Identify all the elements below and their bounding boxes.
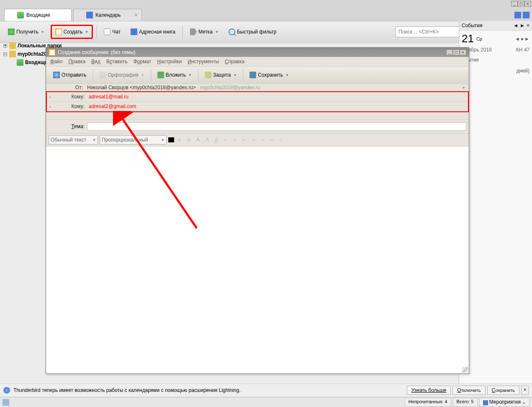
send-label: Отправить bbox=[62, 72, 87, 78]
to-label[interactable]: Кому: bbox=[54, 103, 85, 109]
disable-button[interactable]: Отключить bbox=[452, 386, 485, 395]
tag-button[interactable]: Метка ▼ bbox=[186, 26, 222, 38]
minimize-button[interactable]: _ bbox=[511, 1, 518, 7]
menu-format[interactable]: Формат bbox=[134, 59, 152, 64]
italic-icon[interactable]: A bbox=[203, 136, 211, 144]
font-smaller-icon[interactable]: A bbox=[176, 136, 183, 144]
recipient-row-1[interactable]: ▸ Кому: adresat1@mail.ru bbox=[47, 92, 468, 102]
color-picker-icon[interactable] bbox=[168, 137, 174, 142]
number-list-icon[interactable]: ≡ bbox=[231, 136, 239, 144]
send-icon bbox=[53, 72, 60, 78]
next-day-icon[interactable]: ► bbox=[524, 36, 529, 42]
align-icon[interactable]: ≡ bbox=[259, 136, 266, 144]
events-toggle[interactable]: Мероприятия ⌄ bbox=[479, 398, 529, 406]
create-button[interactable]: Создать ▼ bbox=[51, 25, 93, 39]
chat-button[interactable]: Чат bbox=[100, 26, 124, 38]
compose-window: Создание сообщения: (без темы) _ □ × Фай… bbox=[46, 47, 469, 374]
today-pane-title: События bbox=[462, 23, 483, 28]
smiley-icon[interactable]: ☺ bbox=[277, 136, 285, 144]
get-mail-label: Получить bbox=[16, 29, 39, 35]
prev-icon[interactable]: ◄ bbox=[513, 23, 518, 28]
toolbar-divider bbox=[93, 69, 93, 81]
chevron-down-icon: ▼ bbox=[233, 73, 236, 77]
addressbook-button[interactable]: Адресная книга bbox=[127, 26, 179, 38]
save-button[interactable]: Сохранить bbox=[487, 386, 519, 395]
tasks-tray-icon[interactable] bbox=[523, 12, 529, 18]
new-event-hint[interactable]: обытие bbox=[459, 54, 532, 65]
indent-icon[interactable]: ⇥ bbox=[249, 136, 257, 144]
maximize-button[interactable]: □ bbox=[518, 1, 524, 7]
calendar-tray-icon[interactable] bbox=[514, 12, 521, 18]
compose-title-text: Создание сообщения: (без темы) bbox=[58, 49, 136, 55]
security-label: Защита bbox=[213, 72, 231, 78]
days-hint: дней) bbox=[459, 65, 532, 76]
menu-help[interactable]: Справка bbox=[225, 59, 244, 64]
bullet-list-icon[interactable]: ≡ bbox=[222, 136, 229, 144]
compose-maximize-button[interactable]: □ bbox=[453, 49, 460, 55]
menu-tools[interactable]: Инструменты bbox=[188, 59, 219, 64]
compose-body-editor[interactable] bbox=[46, 147, 469, 374]
tab-inbox[interactable]: Входящие bbox=[4, 9, 72, 21]
from-dropdown[interactable]: ▾ bbox=[463, 86, 466, 90]
resize-grip-icon[interactable] bbox=[462, 367, 468, 373]
underline-icon[interactable]: A bbox=[213, 136, 220, 144]
toolbar-divider bbox=[151, 69, 151, 81]
prev-day-icon[interactable]: ◄ bbox=[515, 36, 520, 42]
attach-button[interactable]: Вложить ▼ bbox=[154, 69, 195, 81]
folder-icon bbox=[9, 51, 16, 57]
drag-handle-icon[interactable]: ▸ bbox=[49, 105, 52, 108]
paragraph-style-select[interactable]: Обычный текст ▼ bbox=[49, 135, 98, 144]
expander-minus-icon[interactable]: − bbox=[3, 52, 7, 56]
menu-file[interactable]: Файл bbox=[50, 59, 63, 64]
menu-settings[interactable]: Настройки bbox=[157, 59, 182, 64]
info-message: Thunderbird теперь имеет возможность раб… bbox=[13, 387, 241, 393]
send-button[interactable]: Отправить bbox=[49, 69, 90, 81]
recipient-row-2[interactable]: ▸ Кому: adresat2@gmail.com bbox=[47, 102, 468, 111]
app-window-controls: _ □ × bbox=[511, 1, 531, 7]
tab-calendar[interactable]: Календарь × bbox=[73, 9, 142, 21]
spell-button[interactable]: Орфография ▼ bbox=[96, 69, 148, 81]
close-icon[interactable]: × bbox=[527, 23, 529, 28]
outdent-icon[interactable]: ⇤ bbox=[240, 136, 248, 144]
status-bar: Непрочитанных: 4 Всего: 5 Мероприятия ⌄ bbox=[0, 397, 532, 407]
learn-more-button[interactable]: Узнать больше bbox=[407, 386, 451, 395]
drag-handle-icon[interactable]: ▸ bbox=[49, 95, 52, 99]
to-label[interactable]: Кому: bbox=[54, 94, 85, 100]
status-unread: Непрочитанных: 4 bbox=[405, 398, 451, 406]
compose-titlebar[interactable]: Создание сообщения: (без темы) _ □ × bbox=[46, 48, 469, 57]
compose-close-button[interactable]: × bbox=[460, 49, 466, 55]
recipient-address-2[interactable]: adresat2@gmail.com bbox=[87, 103, 138, 110]
compose-menubar: Файл Правка Вид Вставить Формат Настройк… bbox=[46, 57, 469, 66]
bold-icon[interactable]: A bbox=[194, 136, 202, 144]
info-close-button[interactable]: × bbox=[521, 386, 529, 395]
font-larger-icon[interactable]: A bbox=[185, 136, 193, 144]
recipient-row-empty[interactable] bbox=[46, 112, 469, 120]
next-icon[interactable]: ► bbox=[520, 23, 525, 28]
recipient-address-1[interactable]: adresat1@mail.ru bbox=[87, 93, 130, 100]
paragraph-style-label: Обычный текст bbox=[51, 137, 86, 143]
menu-insert[interactable]: Вставить bbox=[106, 59, 128, 64]
quick-filter-button[interactable]: Быстрый фильтр bbox=[225, 26, 280, 38]
activity-icon[interactable] bbox=[3, 399, 9, 406]
get-mail-button[interactable]: Получить ▼ bbox=[4, 26, 48, 38]
menu-edit[interactable]: Правка bbox=[69, 59, 86, 64]
expander-plus-icon[interactable]: + bbox=[3, 44, 7, 48]
save-icon bbox=[249, 72, 256, 78]
create-label: Создать bbox=[64, 29, 83, 35]
attach-icon bbox=[157, 72, 164, 78]
today-weekday: Ср bbox=[476, 36, 482, 41]
insert-image-icon[interactable]: ▭ bbox=[268, 136, 275, 144]
today-month-row: Ноябрь 2018 КН 47 bbox=[459, 47, 532, 54]
font-select[interactable]: Пропорциональный ▼ bbox=[100, 135, 167, 144]
today-dot-icon[interactable]: ● bbox=[521, 36, 524, 42]
close-button[interactable]: × bbox=[524, 1, 531, 7]
compose-minimize-button[interactable]: _ bbox=[446, 49, 453, 55]
save-button[interactable]: Сохранить ▼ bbox=[246, 69, 293, 81]
calendar-icon bbox=[483, 400, 488, 405]
subject-label: Тема: bbox=[49, 124, 85, 129]
chevron-down-icon: ▼ bbox=[215, 30, 218, 34]
menu-view[interactable]: Вид bbox=[91, 59, 100, 64]
subject-input[interactable] bbox=[87, 122, 466, 131]
security-button[interactable]: Защита ▼ bbox=[201, 69, 240, 81]
tab-calendar-close[interactable]: × bbox=[134, 12, 137, 18]
